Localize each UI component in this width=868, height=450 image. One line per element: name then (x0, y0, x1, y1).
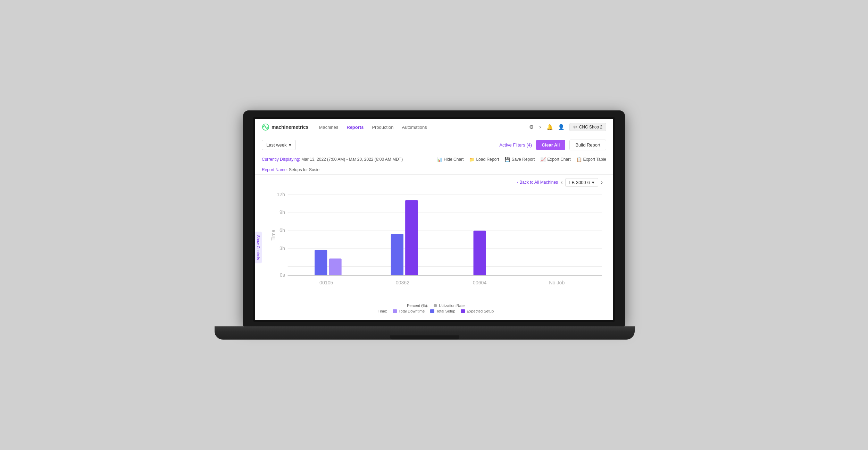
next-machine-button[interactable]: › (601, 179, 603, 185)
navbar: machinemetrics Machines Reports Producti… (255, 119, 613, 136)
export-table-icon: 📋 (576, 157, 582, 162)
report-name-bar: Report Name: Setups for Susie (255, 165, 613, 175)
laptop-wrapper: machinemetrics Machines Reports Producti… (243, 110, 625, 340)
clear-all-button[interactable]: Clear All (536, 140, 565, 150)
laptop-base (215, 326, 635, 340)
main-content: Show Controls ‹ Back to All Machines ‹ L… (255, 175, 613, 320)
legend-utilization: Utilization Rate (434, 303, 465, 308)
total-setup-label: Total Setup (436, 309, 455, 313)
toolbar: Last week ▾ Active Filters (4) Clear All… (255, 136, 613, 154)
chart-actions: 📊 Hide Chart 📁 Load Report 💾 Save Report (437, 157, 606, 162)
legend-percent-row: Percent (%): Utilization Rate (407, 303, 465, 308)
total-downtime-label: Total Downtime (399, 309, 425, 313)
svg-text:00362: 00362 (396, 280, 410, 285)
legend-area: Percent (%): Utilization Rate Time: (265, 303, 606, 313)
report-name-value: Setups for Susie (289, 167, 319, 172)
svg-text:00105: 00105 (319, 280, 333, 285)
legend-percent-label: Percent (%): (407, 303, 428, 308)
export-chart-icon: 📈 (540, 157, 546, 162)
bar-00362-total-downtime (391, 234, 403, 275)
load-report-icon: 📁 (469, 157, 475, 162)
hide-chart-button[interactable]: 📊 Hide Chart (437, 157, 464, 162)
legend-total-downtime: Total Downtime (393, 309, 425, 313)
bar-00604-expected-setup (474, 231, 486, 275)
total-downtime-swatch (393, 309, 397, 313)
svg-text:3h: 3h (279, 245, 285, 251)
shop-label: CNC Shop 2 (579, 125, 602, 130)
machine-select[interactable]: LB 3000 6 ▾ (565, 178, 598, 187)
screen-bezel: machinemetrics Machines Reports Producti… (253, 117, 615, 322)
svg-text:0s: 0s (280, 272, 285, 278)
legend-utilization-label: Utilization Rate (439, 303, 465, 308)
prev-machine-button[interactable]: ‹ (561, 179, 562, 185)
shop-icon: ⚙ (573, 125, 577, 130)
svg-text:Time: Time (270, 230, 276, 241)
svg-text:00604: 00604 (473, 280, 487, 285)
bar-00105-total-setup (329, 258, 341, 275)
legend-total-setup: Total Setup (430, 309, 455, 313)
displaying-date: Mar 13, 2022 (7:00 AM) - Mar 20, 2022 (6… (301, 157, 403, 162)
logo-area: machinemetrics (262, 123, 309, 131)
utilization-dot (434, 304, 437, 307)
logo-text: machinemetrics (272, 124, 309, 130)
user-icon[interactable]: 👤 (558, 124, 565, 130)
legend-time-row: Time: Total Downtime Total Setup (378, 309, 494, 313)
chevron-down-icon: ▾ (289, 142, 291, 148)
legend-expected-setup: Expected Setup (461, 309, 494, 313)
app-container: machinemetrics Machines Reports Producti… (255, 119, 613, 320)
svg-text:No Job: No Job (549, 280, 565, 285)
chart-container: ‹ Back to All Machines ‹ LB 3000 6 ▾ › (255, 175, 613, 320)
active-filters-button[interactable]: Active Filters (4) (499, 142, 532, 148)
notifications-icon[interactable]: 🔔 (546, 124, 553, 130)
save-report-button[interactable]: 💾 Save Report (504, 157, 535, 162)
machine-nav: ‹ Back to All Machines ‹ LB 3000 6 ▾ › (265, 178, 606, 187)
total-setup-swatch (430, 309, 434, 313)
nav-icons: ⚙ ? 🔔 👤 ⚙ CNC Shop 2 (529, 123, 606, 131)
export-chart-button[interactable]: 📈 Export Chart (540, 157, 570, 162)
svg-text:12h: 12h (277, 192, 285, 197)
nav-reports[interactable]: Reports (347, 123, 364, 131)
back-all-machines-link[interactable]: ‹ Back to All Machines (517, 180, 558, 185)
logo-icon (262, 123, 269, 131)
report-name-label: Report Name: (262, 167, 288, 172)
bar-chart-wrapper: 12h 9h 6h 3h 0s Time (265, 190, 606, 299)
chart-toolbar: Currently Displaying: Mar 13, 2022 (7:00… (255, 154, 613, 165)
laptop-screen: machinemetrics Machines Reports Producti… (255, 119, 613, 320)
nav-production[interactable]: Production (372, 123, 393, 131)
build-report-button[interactable]: Build Report (569, 140, 606, 150)
save-report-icon: 💾 (504, 157, 510, 162)
nav-machines[interactable]: Machines (319, 123, 339, 131)
svg-text:9h: 9h (279, 209, 285, 215)
help-icon[interactable]: ? (539, 124, 541, 130)
currently-displaying-label: Currently Displaying: (262, 157, 300, 162)
machine-name: LB 3000 6 (569, 180, 590, 185)
nav-automations[interactable]: Automations (402, 123, 427, 131)
bar-00362-expected-setup (405, 200, 418, 275)
laptop-screen-outer: machinemetrics Machines Reports Producti… (243, 110, 625, 326)
settings-icon[interactable]: ⚙ (529, 124, 534, 130)
nav-links: Machines Reports Production Automations (319, 123, 529, 131)
date-range-label: Last week (266, 142, 287, 148)
machine-select-chevron: ▾ (592, 180, 594, 185)
shop-badge[interactable]: ⚙ CNC Shop 2 (569, 123, 606, 131)
svg-text:6h: 6h (279, 227, 285, 233)
legend-time-label: Time: (378, 309, 387, 313)
date-range-select[interactable]: Last week ▾ (262, 140, 296, 150)
export-table-button[interactable]: 📋 Export Table (576, 157, 607, 162)
expected-setup-swatch (461, 309, 465, 313)
hide-chart-icon: 📊 (437, 157, 442, 162)
bar-chart-svg: 12h 9h 6h 3h 0s Time (265, 190, 606, 298)
load-report-button[interactable]: 📁 Load Report (469, 157, 499, 162)
expected-setup-label: Expected Setup (467, 309, 494, 313)
bar-00105-total-downtime (315, 250, 327, 276)
